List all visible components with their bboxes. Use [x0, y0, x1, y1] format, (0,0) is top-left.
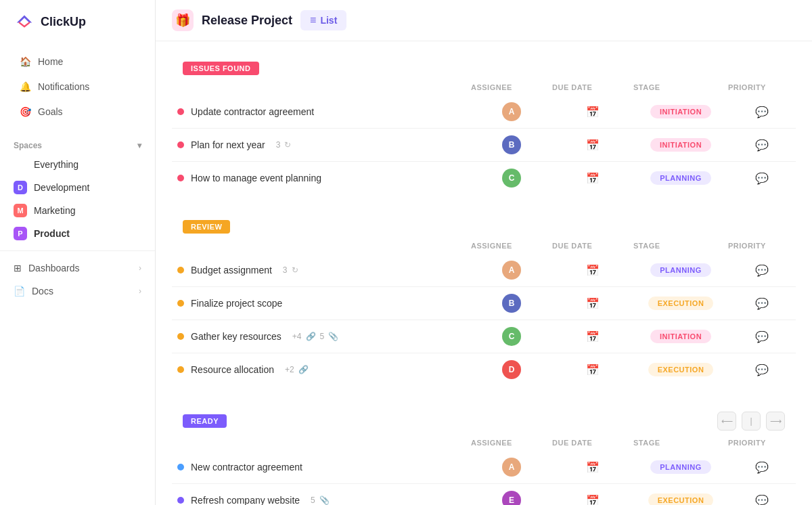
- paperclip-icon-r: 📎: [319, 496, 330, 505]
- task-name[interactable]: Resource allocation: [191, 364, 274, 375]
- due-date-cell[interactable]: 📅: [552, 139, 633, 152]
- avatar: D: [502, 360, 521, 379]
- priority-cell[interactable]: 💬: [728, 461, 796, 474]
- logo-text: ClickUp: [41, 15, 86, 29]
- dashboards-icon: ⊞: [14, 263, 22, 273]
- task-name-cell: Gather key resources +4 🔗 5 📎: [172, 331, 471, 342]
- task-name[interactable]: Refresh company website: [191, 495, 300, 505]
- sidebar-item-development[interactable]: D Development: [0, 176, 155, 199]
- task-name[interactable]: Plan for next year: [191, 139, 265, 150]
- task-name-cell: Update contractor agreement: [172, 106, 471, 117]
- dashboards-label: Dashboards: [28, 263, 80, 273]
- nav-dashboards[interactable]: ⊞ Dashboards ›: [0, 257, 155, 280]
- section-review: REVIEW ASSIGNEE DUE DATE STAGE PRIORITY …: [172, 213, 796, 386]
- priority-cell[interactable]: 💬: [728, 364, 796, 376]
- link-icon2: 🔗: [298, 365, 309, 374]
- nav-notifications[interactable]: 🔔 Notifications: [5, 74, 150, 99]
- task-meta: 3 ↻: [283, 265, 298, 275]
- sidebar-item-product[interactable]: P Product: [0, 222, 155, 245]
- col-assignee-rd: ASSIGNEE: [471, 439, 552, 447]
- control-btn-3[interactable]: ⟶: [766, 412, 785, 431]
- logo-area: ClickUp: [0, 0, 155, 43]
- task-bullet: [177, 175, 184, 181]
- priority-cell[interactable]: 💬: [728, 330, 796, 343]
- due-date-cell[interactable]: 📅: [552, 364, 633, 376]
- chevron-down-icon: ▾: [137, 141, 141, 150]
- spaces-list: ⠿ Everything D Development M Marketing P…: [0, 153, 155, 250]
- stage-cell: PLANNING: [633, 171, 728, 185]
- task-name-cell: Budget assignment 3 ↻: [172, 265, 471, 276]
- assignee-cell: A: [471, 102, 552, 121]
- stage-badge: PLANNING: [650, 263, 710, 277]
- list-view-tab[interactable]: ≡ List: [300, 10, 346, 30]
- subtask-count: 3: [276, 140, 281, 150]
- priority-cell[interactable]: 💬: [728, 172, 796, 185]
- col-task-rd: [194, 439, 471, 447]
- stage-badge: EXECUTION: [648, 363, 714, 376]
- task-name[interactable]: Budget assignment: [191, 265, 272, 276]
- task-name-cell: Refresh company website 5 📎: [172, 495, 471, 505]
- stage-cell: PLANNING: [633, 460, 728, 474]
- stage-cell: EXECUTION: [633, 297, 728, 310]
- chevron-right-icon-docs: ›: [139, 286, 141, 296]
- due-date-cell[interactable]: 📅: [552, 494, 633, 506]
- review-column-headers: ASSIGNEE DUE DATE STAGE PRIORITY: [172, 236, 796, 254]
- task-name[interactable]: Update contractor agreement: [191, 106, 314, 117]
- nav-goals[interactable]: 🎯 Goals: [5, 100, 150, 124]
- ready-header-row: READY ⟵ | ⟶: [172, 405, 796, 433]
- due-date-cell[interactable]: 📅: [552, 330, 633, 343]
- extra-count: +4: [292, 332, 302, 341]
- avatar: A: [502, 261, 521, 280]
- due-date-cell[interactable]: 📅: [552, 461, 633, 474]
- avatar: B: [502, 135, 521, 154]
- nav-home[interactable]: 🏠 Home: [5, 49, 150, 74]
- control-btn-2[interactable]: |: [742, 412, 761, 431]
- issues-badge: ISSUES FOUND: [183, 62, 259, 75]
- assignee-cell: A: [471, 261, 552, 280]
- ready-column-headers: ASSIGNEE DUE DATE STAGE PRIORITY: [172, 433, 796, 451]
- issues-column-headers: ASSIGNEE DUE DATE STAGE PRIORITY: [172, 78, 796, 95]
- due-date-cell[interactable]: 📅: [552, 172, 633, 185]
- task-name[interactable]: New contractor agreement: [191, 462, 302, 473]
- stage-cell: INITIATION: [633, 105, 728, 118]
- task-name[interactable]: Finalize project scope: [191, 298, 282, 309]
- stage-badge: INITIATION: [650, 138, 711, 152]
- priority-cell[interactable]: 💬: [728, 297, 796, 310]
- table-row: Resource allocation +2 🔗 D 📅 EXECUTION 💬: [172, 353, 796, 386]
- sidebar-item-marketing[interactable]: M Marketing: [0, 199, 155, 222]
- task-name[interactable]: How to manage event planning: [191, 173, 321, 183]
- col-assignee-issues: ASSIGNEE: [471, 83, 552, 91]
- control-btn-1[interactable]: ⟵: [717, 412, 736, 431]
- due-date-cell[interactable]: 📅: [552, 106, 633, 118]
- priority-cell[interactable]: 💬: [728, 139, 796, 152]
- sidebar-item-everything[interactable]: ⠿ Everything: [0, 153, 155, 176]
- table-row: Finalize project scope B 📅 EXECUTION 💬: [172, 287, 796, 320]
- priority-cell[interactable]: 💬: [728, 494, 796, 506]
- task-bullet: [177, 497, 184, 504]
- nav-goals-label: Goals: [38, 106, 63, 117]
- assignee-cell: B: [471, 135, 552, 154]
- assignee-cell: C: [471, 327, 552, 346]
- table-row: Budget assignment 3 ↻ A 📅 PLANNING 💬: [172, 254, 796, 287]
- priority-cell[interactable]: 💬: [728, 106, 796, 118]
- col-stage-issues: STAGE: [633, 83, 728, 91]
- col-task-r: [194, 242, 471, 250]
- avatar: A: [502, 102, 521, 121]
- clickup-logo-icon: [14, 11, 35, 32]
- task-meta: +2 🔗: [285, 365, 309, 374]
- stage-badge: EXECUTION: [648, 297, 714, 310]
- table-row: Plan for next year 3 ↻ B 📅 INITIATION 💬: [172, 129, 796, 162]
- due-date-cell[interactable]: 📅: [552, 264, 633, 277]
- task-name-cell: Plan for next year 3 ↻: [172, 139, 471, 150]
- avatar: A: [502, 458, 521, 477]
- stage-badge: PLANNING: [650, 460, 710, 474]
- docs-icon: 📄: [14, 286, 25, 297]
- task-bullet: [177, 267, 184, 273]
- due-date-cell[interactable]: 📅: [552, 297, 633, 310]
- task-bullet: [177, 300, 184, 307]
- col-task: [194, 83, 471, 91]
- priority-cell[interactable]: 💬: [728, 264, 796, 277]
- avatar: B: [502, 294, 521, 313]
- nav-docs[interactable]: 📄 Docs ›: [0, 280, 155, 303]
- task-name[interactable]: Gather key resources: [191, 331, 281, 342]
